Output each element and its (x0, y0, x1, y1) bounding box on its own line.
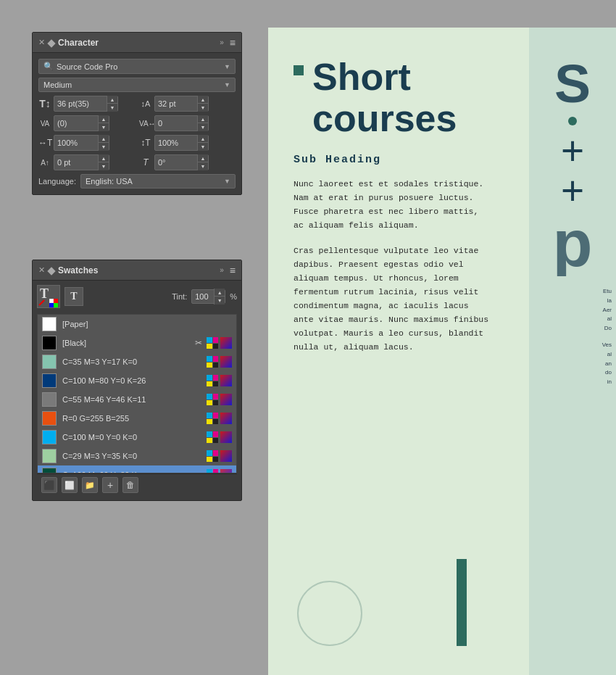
swatch-color-4 (42, 411, 57, 426)
h-scale-input[interactable] (54, 138, 98, 147)
swatch-color-3 (42, 392, 57, 407)
kerning-spinner[interactable]: ▲ ▼ (54, 115, 109, 131)
scale-row: ↔T ▲ ▼ ↕T ▲ ▼ (38, 135, 236, 151)
sidebar-small-text-2: Vesalandoin (529, 341, 616, 387)
swatch-item-black[interactable]: [Black] ✂ (38, 334, 236, 352)
swatch-fill-text-icon[interactable]: T (37, 285, 60, 308)
tint-field-spinner[interactable]: ▲ ▼ (191, 289, 225, 304)
swatch-color-paper (42, 317, 57, 331)
tint-up[interactable]: ▲ (215, 289, 225, 297)
swatch-item-2[interactable]: C=100 M=80 Y=0 K=26 (38, 371, 236, 390)
sub-heading: Sub Heading (294, 154, 504, 166)
swatch-item-4[interactable]: R=0 G=255 B=255 (38, 409, 236, 428)
tint-input[interactable] (192, 292, 214, 301)
scissors-icon: ✂ (193, 337, 204, 349)
cmyk-icon-6 (207, 450, 218, 462)
swatches-panel: ✕ Swatches » ≡ T (32, 260, 242, 501)
swatch-list: [Paper] [Black] ✂ C=35 M=3 Y=17 K=0 (37, 314, 237, 473)
swatch-new-button[interactable]: ⬛ (41, 477, 57, 493)
cmyk-icon-2 (207, 375, 218, 386)
tracking-down[interactable]: ▼ (198, 123, 208, 131)
kern-track-row: VA ▲ ▼ VA↔ ▲ ▼ (38, 115, 236, 131)
tracking-input[interactable] (155, 119, 197, 128)
font-dropdown-arrow[interactable]: ▼ (224, 63, 230, 70)
baseline-input[interactable] (54, 158, 98, 167)
fill-T-label: T (40, 286, 49, 302)
document-area: Shortcourses Sub Heading Nunc laoreet es… (268, 28, 616, 675)
language-value: English: USA (86, 177, 133, 186)
h-scale-spinner[interactable]: ▲ ▼ (54, 135, 109, 151)
diamond-icon (49, 36, 54, 49)
font-size-field: T↕ ▲ ▼ (38, 96, 135, 112)
v-scale-spinner[interactable]: ▲ ▼ (154, 135, 209, 151)
icons-2 (207, 375, 232, 386)
language-dropdown[interactable]: English: USA ▼ (80, 174, 236, 189)
icons-5 (207, 431, 232, 443)
leading-spinner[interactable]: ▲ ▼ (154, 96, 209, 112)
cmyk-icon-5 (207, 431, 218, 443)
baseline-up[interactable]: ▲ (99, 154, 109, 162)
kerning-up[interactable]: ▲ (99, 115, 109, 123)
font-size-up[interactable]: ▲ (107, 96, 117, 104)
leading-input[interactable] (155, 99, 197, 108)
skew-down[interactable]: ▼ (198, 162, 208, 170)
v-scale-input[interactable] (155, 138, 197, 147)
swatch-color-7 (42, 468, 57, 473)
heading-square (294, 65, 304, 75)
kerning-down[interactable]: ▼ (99, 123, 109, 131)
h-scale-down[interactable]: ▼ (99, 143, 109, 151)
swatches-close-icon[interactable]: ✕ (38, 265, 45, 275)
h-scale-up[interactable]: ▲ (99, 135, 109, 143)
fill-color-patch (49, 297, 58, 306)
character-panel-header: ✕ Character » ≡ (33, 33, 241, 53)
swatch-name-paper: [Paper] (62, 320, 232, 328)
skew-spinner[interactable]: ▲ ▼ (154, 154, 209, 170)
swatch-item-7[interactable]: C=100 M=69 Y=82 K... (38, 465, 236, 473)
tint-label: Tint: (172, 292, 187, 301)
tint-down[interactable]: ▼ (215, 297, 225, 305)
panel-menu-icon[interactable]: ≡ (230, 37, 236, 49)
skew-up[interactable]: ▲ (198, 154, 208, 162)
baseline-spinner[interactable]: ▲ ▼ (54, 154, 109, 170)
swatch-item-6[interactable]: C=29 M=3 Y=35 K=0 (38, 447, 236, 465)
heading-container: Shortcourses (294, 57, 504, 139)
tracking-spinner[interactable]: ▲ ▼ (154, 115, 209, 131)
baseline-down[interactable]: ▼ (99, 162, 109, 170)
font-style-dropdown[interactable]: Medium ▼ (38, 78, 236, 92)
svg-rect-2 (49, 303, 54, 307)
baseline-icon: A↑ (38, 159, 51, 167)
skew-icon: T (139, 157, 152, 167)
font-style-row: Medium ▼ (38, 78, 236, 92)
panel-close-icon[interactable]: ✕ (38, 38, 45, 47)
swatch-item-3[interactable]: C=55 M=46 Y=46 K=11 (38, 390, 236, 409)
black-icons: ✂ (193, 337, 232, 349)
cmyk-icon-4 (207, 413, 218, 424)
tracking-up[interactable]: ▲ (198, 115, 208, 123)
vertical-scale-field: ↕T ▲ ▼ (139, 135, 236, 151)
v-scale-down[interactable]: ▼ (198, 143, 208, 151)
swatch-delete-button[interactable]: 🗑 (122, 477, 138, 493)
swatch-stroke-text-icon[interactable]: T (64, 287, 83, 306)
v-scale-icon: ↕T (139, 138, 152, 148)
leading-up[interactable]: ▲ (198, 96, 208, 104)
font-size-input[interactable] (54, 99, 107, 108)
v-scale-up[interactable]: ▲ (198, 135, 208, 143)
font-size-spinner[interactable]: ▲ ▼ (54, 96, 118, 112)
swatch-add-button[interactable]: + (102, 477, 118, 493)
swatches-menu-icon[interactable]: ≡ (230, 265, 236, 276)
leading-down[interactable]: ▼ (198, 104, 208, 112)
skew-input[interactable] (155, 158, 197, 167)
swatch-color-group-button[interactable]: ⬜ (62, 477, 78, 493)
swatch-item-1[interactable]: C=35 M=3 Y=17 K=0 (38, 352, 236, 371)
skew-field: T ▲ ▼ (139, 154, 236, 170)
font-size-down[interactable]: ▼ (107, 104, 117, 112)
swatch-item-paper[interactable]: [Paper] (38, 315, 236, 334)
font-search-row[interactable]: 🔍 Source Code Pro ▼ (38, 59, 236, 74)
swatch-item-5[interactable]: C=100 M=0 Y=0 K=0 (38, 428, 236, 447)
kerning-input[interactable] (54, 119, 98, 128)
gamut-icon-1 (220, 356, 232, 368)
swatch-color-6 (42, 449, 57, 463)
gamut-icon-black (220, 337, 232, 349)
swatch-folder-button[interactable]: 📁 (82, 477, 98, 493)
language-row: Language: English: USA ▼ (38, 174, 236, 189)
